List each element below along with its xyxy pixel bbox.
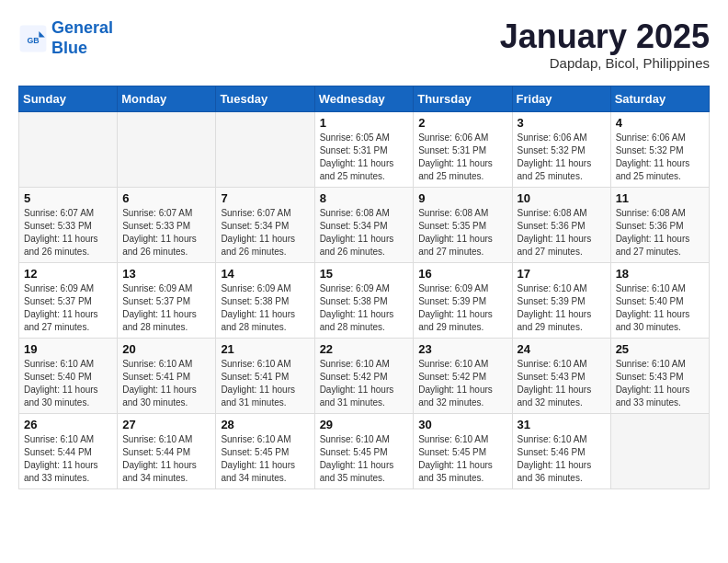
calendar-cell: 14Sunrise: 6:09 AM Sunset: 5:38 PM Dayli…: [216, 262, 314, 338]
day-info: Sunrise: 6:07 AM Sunset: 5:34 PM Dayligh…: [221, 207, 309, 259]
day-number: 4: [616, 116, 704, 130]
col-wednesday: Wednesday: [314, 86, 414, 111]
day-number: 3: [518, 116, 606, 130]
location: Dapdap, Bicol, Philippines: [500, 55, 710, 71]
day-info: Sunrise: 6:07 AM Sunset: 5:33 PM Dayligh…: [24, 207, 112, 259]
calendar-cell: 11Sunrise: 6:08 AM Sunset: 5:36 PM Dayli…: [610, 187, 709, 262]
calendar-cell: 23Sunrise: 6:10 AM Sunset: 5:42 PM Dayli…: [414, 338, 512, 413]
calendar-cell: 17Sunrise: 6:10 AM Sunset: 5:39 PM Dayli…: [512, 262, 610, 338]
calendar-cell: 4Sunrise: 6:06 AM Sunset: 5:32 PM Daylig…: [610, 111, 709, 187]
logo-text: General Blue: [51, 18, 113, 58]
day-info: Sunrise: 6:10 AM Sunset: 5:41 PM Dayligh…: [221, 358, 309, 409]
page: GB General Blue January 2025 Dapdap, Bic…: [0, 0, 728, 499]
calendar-cell: 6Sunrise: 6:07 AM Sunset: 5:33 PM Daylig…: [118, 187, 216, 262]
day-number: 1: [320, 116, 409, 130]
day-info: Sunrise: 6:08 AM Sunset: 5:35 PM Dayligh…: [418, 207, 506, 259]
calendar-cell: 5Sunrise: 6:07 AM Sunset: 5:33 PM Daylig…: [19, 187, 118, 262]
calendar-cell: 8Sunrise: 6:08 AM Sunset: 5:34 PM Daylig…: [314, 187, 414, 262]
day-number: 31: [518, 418, 606, 431]
day-number: 26: [24, 418, 112, 431]
calendar-header-row: Sunday Monday Tuesday Wednesday Thursday…: [19, 86, 710, 111]
calendar-cell: 12Sunrise: 6:09 AM Sunset: 5:37 PM Dayli…: [19, 262, 118, 338]
day-info: Sunrise: 6:09 AM Sunset: 5:38 PM Dayligh…: [320, 282, 409, 334]
calendar-cell: 31Sunrise: 6:10 AM Sunset: 5:46 PM Dayli…: [512, 413, 610, 488]
calendar-week-5: 26Sunrise: 6:10 AM Sunset: 5:44 PM Dayli…: [19, 413, 710, 488]
day-number: 22: [320, 342, 409, 356]
day-number: 7: [221, 191, 309, 205]
day-info: Sunrise: 6:10 AM Sunset: 5:45 PM Dayligh…: [418, 433, 506, 485]
calendar-week-3: 12Sunrise: 6:09 AM Sunset: 5:37 PM Dayli…: [19, 262, 710, 338]
day-number: 8: [320, 191, 409, 205]
day-number: 11: [616, 191, 704, 205]
calendar-cell: 25Sunrise: 6:10 AM Sunset: 5:43 PM Dayli…: [610, 338, 709, 413]
day-info: Sunrise: 6:07 AM Sunset: 5:33 PM Dayligh…: [122, 207, 210, 259]
calendar-cell: 21Sunrise: 6:10 AM Sunset: 5:41 PM Dayli…: [216, 338, 314, 413]
day-info: Sunrise: 6:06 AM Sunset: 5:32 PM Dayligh…: [518, 132, 606, 183]
day-number: 2: [418, 116, 506, 130]
calendar-cell: 9Sunrise: 6:08 AM Sunset: 5:35 PM Daylig…: [414, 187, 512, 262]
day-info: Sunrise: 6:08 AM Sunset: 5:34 PM Dayligh…: [320, 207, 409, 259]
day-number: 14: [221, 267, 309, 281]
day-number: 5: [24, 191, 112, 205]
day-info: Sunrise: 6:10 AM Sunset: 5:43 PM Dayligh…: [518, 358, 606, 409]
col-tuesday: Tuesday: [216, 86, 314, 111]
calendar-cell: 29Sunrise: 6:10 AM Sunset: 5:45 PM Dayli…: [314, 413, 414, 488]
title-block: January 2025 Dapdap, Bicol, Philippines: [500, 18, 710, 71]
calendar-cell: 26Sunrise: 6:10 AM Sunset: 5:44 PM Dayli…: [19, 413, 118, 488]
calendar-cell: 13Sunrise: 6:09 AM Sunset: 5:37 PM Dayli…: [118, 262, 216, 338]
calendar-cell: 2Sunrise: 6:06 AM Sunset: 5:31 PM Daylig…: [414, 111, 512, 187]
day-number: 16: [418, 267, 506, 281]
calendar-cell: 10Sunrise: 6:08 AM Sunset: 5:36 PM Dayli…: [512, 187, 610, 262]
day-info: Sunrise: 6:06 AM Sunset: 5:31 PM Dayligh…: [418, 132, 506, 183]
day-number: 29: [320, 418, 409, 431]
day-info: Sunrise: 6:10 AM Sunset: 5:44 PM Dayligh…: [122, 433, 210, 485]
day-info: Sunrise: 6:10 AM Sunset: 5:44 PM Dayligh…: [24, 433, 112, 485]
calendar-cell: 24Sunrise: 6:10 AM Sunset: 5:43 PM Dayli…: [512, 338, 610, 413]
day-info: Sunrise: 6:10 AM Sunset: 5:42 PM Dayligh…: [418, 358, 506, 409]
calendar-cell: 20Sunrise: 6:10 AM Sunset: 5:41 PM Dayli…: [118, 338, 216, 413]
calendar-cell: [19, 111, 118, 187]
day-info: Sunrise: 6:10 AM Sunset: 5:45 PM Dayligh…: [320, 433, 409, 485]
day-info: Sunrise: 6:05 AM Sunset: 5:31 PM Dayligh…: [320, 132, 409, 183]
day-number: 17: [518, 267, 606, 281]
day-number: 10: [518, 191, 606, 205]
day-info: Sunrise: 6:09 AM Sunset: 5:37 PM Dayligh…: [24, 282, 112, 334]
day-info: Sunrise: 6:10 AM Sunset: 5:40 PM Dayligh…: [616, 282, 704, 334]
calendar-table: Sunday Monday Tuesday Wednesday Thursday…: [18, 86, 710, 489]
calendar-cell: 27Sunrise: 6:10 AM Sunset: 5:44 PM Dayli…: [118, 413, 216, 488]
calendar-week-2: 5Sunrise: 6:07 AM Sunset: 5:33 PM Daylig…: [19, 187, 710, 262]
day-info: Sunrise: 6:08 AM Sunset: 5:36 PM Dayligh…: [518, 207, 606, 259]
col-monday: Monday: [118, 86, 216, 111]
day-info: Sunrise: 6:06 AM Sunset: 5:32 PM Dayligh…: [616, 132, 704, 183]
day-number: 9: [418, 191, 506, 205]
day-info: Sunrise: 6:10 AM Sunset: 5:41 PM Dayligh…: [122, 358, 210, 409]
day-number: 13: [122, 267, 210, 281]
day-number: 24: [518, 342, 606, 356]
calendar-week-1: 1Sunrise: 6:05 AM Sunset: 5:31 PM Daylig…: [19, 111, 710, 187]
day-info: Sunrise: 6:09 AM Sunset: 5:39 PM Dayligh…: [418, 282, 506, 334]
col-friday: Friday: [512, 86, 610, 111]
day-info: Sunrise: 6:10 AM Sunset: 5:46 PM Dayligh…: [518, 433, 606, 485]
calendar-cell: [610, 413, 709, 488]
calendar-cell: 19Sunrise: 6:10 AM Sunset: 5:40 PM Dayli…: [19, 338, 118, 413]
day-info: Sunrise: 6:10 AM Sunset: 5:43 PM Dayligh…: [616, 358, 704, 409]
day-number: 28: [221, 418, 309, 431]
day-info: Sunrise: 6:10 AM Sunset: 5:45 PM Dayligh…: [221, 433, 309, 485]
calendar-cell: 22Sunrise: 6:10 AM Sunset: 5:42 PM Dayli…: [314, 338, 414, 413]
col-thursday: Thursday: [414, 86, 512, 111]
day-info: Sunrise: 6:10 AM Sunset: 5:42 PM Dayligh…: [320, 358, 409, 409]
day-number: 18: [616, 267, 704, 281]
day-number: 21: [221, 342, 309, 356]
day-number: 27: [122, 418, 210, 431]
calendar-cell: 30Sunrise: 6:10 AM Sunset: 5:45 PM Dayli…: [414, 413, 512, 488]
col-saturday: Saturday: [610, 86, 709, 111]
day-number: 12: [24, 267, 112, 281]
calendar-cell: 18Sunrise: 6:10 AM Sunset: 5:40 PM Dayli…: [610, 262, 709, 338]
logo: GB General Blue: [18, 18, 113, 58]
logo-line2: Blue: [51, 39, 87, 57]
day-number: 15: [320, 267, 409, 281]
calendar-cell: [118, 111, 216, 187]
calendar-cell: 1Sunrise: 6:05 AM Sunset: 5:31 PM Daylig…: [314, 111, 414, 187]
day-info: Sunrise: 6:09 AM Sunset: 5:37 PM Dayligh…: [122, 282, 210, 334]
logo-icon: GB: [18, 24, 48, 53]
